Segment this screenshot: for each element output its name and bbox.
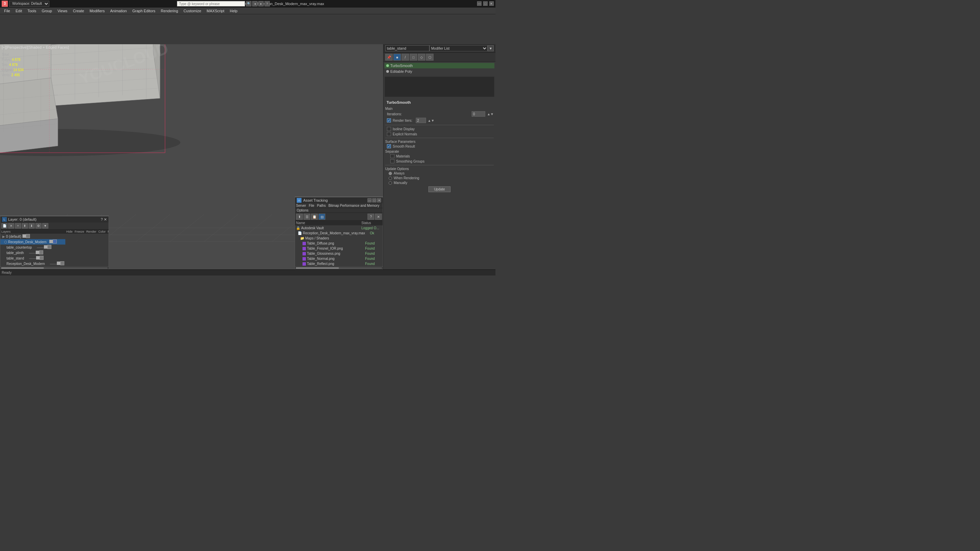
modifier-editable-poly[interactable]: Editable Poly xyxy=(385,69,495,74)
statusbar: Ready xyxy=(0,269,495,275)
asset-menu-file[interactable]: File xyxy=(309,204,314,208)
manually-label: Manually xyxy=(394,181,407,185)
explicit-normals-label: Explicit Normals xyxy=(393,132,417,136)
asset-tool-3[interactable]: 📋 xyxy=(311,214,318,220)
stats-verts: Verts: 2 495 xyxy=(2,73,24,78)
menu-maxscript[interactable]: MAXScript xyxy=(204,8,227,14)
layers-scrollbar[interactable] xyxy=(0,266,108,269)
menu-customize[interactable]: Customize xyxy=(181,8,204,14)
layer-tool-5[interactable]: ⬇ xyxy=(29,223,35,229)
menu-modifiers[interactable]: Modifiers xyxy=(87,8,107,14)
smoothing-groups-checkbox[interactable] xyxy=(390,159,395,163)
layer-reception2-render-icon xyxy=(57,262,60,265)
minimize-button[interactable]: — xyxy=(477,2,482,6)
asset-row-maps[interactable]: 📁 Maps / Shaders xyxy=(295,236,383,241)
menu-views[interactable]: Views xyxy=(55,8,70,14)
explicit-normals-checkbox[interactable] xyxy=(387,132,391,136)
asset-tool-6[interactable]: ✕ xyxy=(375,214,382,220)
layer-row-default[interactable]: ▶ 0 (default) xyxy=(0,233,65,239)
element-button[interactable]: ⬡ xyxy=(426,54,434,60)
layer-settings-btn[interactable]: ⚙ xyxy=(35,223,41,229)
layer-stand-hide: — xyxy=(29,256,33,260)
asset-tool-4[interactable]: ▤ xyxy=(318,214,325,220)
asset-tool-2[interactable]: ☰ xyxy=(304,214,310,220)
asset-row-reflect[interactable]: Table_Reflect.png Found xyxy=(295,261,383,266)
asset-scrollbar[interactable] xyxy=(295,266,383,269)
layer-delete-btn[interactable]: ✕ xyxy=(8,223,14,229)
layer-row-reception2[interactable]: Reception_Desk_Modern — — xyxy=(0,261,65,266)
layers-scroll-track xyxy=(1,267,108,269)
layer-new-btn[interactable]: 📄 xyxy=(2,223,8,229)
asset-header: A Asset Tracking — □ ✕ xyxy=(295,197,383,203)
layer-add-btn[interactable]: + xyxy=(15,223,21,229)
iterations-input[interactable] xyxy=(472,111,485,117)
search-option-1[interactable]: ◂ xyxy=(252,1,258,6)
layer-row-reception-desk[interactable]: ⬡ Reception_Desk_Modern xyxy=(0,239,65,245)
render-iters-input[interactable] xyxy=(416,118,426,123)
asset-glossiness-name: Table_Glossiness.png xyxy=(302,252,365,256)
modifier-turbosmooth[interactable]: TurboSmooth xyxy=(385,63,495,68)
materials-checkbox[interactable] xyxy=(390,154,395,158)
asset-row-normal[interactable]: Table_Normal.png Found xyxy=(295,256,383,261)
rpanel-dropdown-btn[interactable]: ▼ xyxy=(488,45,494,51)
smooth-result-checkbox[interactable]: ✓ xyxy=(387,144,391,148)
asset-tool-5[interactable]: ? xyxy=(368,214,374,220)
layer-row-stand[interactable]: table_stand — — xyxy=(0,256,65,261)
menu-tools[interactable]: Tools xyxy=(25,8,39,14)
search-option-3[interactable]: ? xyxy=(264,1,270,6)
search-option-2[interactable]: ▸ xyxy=(258,1,264,6)
vertex-button[interactable]: ■ xyxy=(393,54,401,60)
poly-button[interactable]: ◇ xyxy=(418,54,425,60)
when-rendering-radio[interactable] xyxy=(388,176,392,180)
border-button[interactable]: □ xyxy=(410,54,417,60)
menu-group[interactable]: Group xyxy=(39,8,54,14)
layer-row-plinth[interactable]: table_plinth — — xyxy=(0,250,65,256)
menu-file[interactable]: File xyxy=(2,8,13,14)
asset-row-file[interactable]: 📄 Reception_Desk_Modern_max_vray.max Ok xyxy=(295,230,383,236)
modifier-detail xyxy=(385,76,495,97)
menu-help[interactable]: Help xyxy=(227,8,240,14)
asset-row-vault[interactable]: 🔒 Autodesk Vault Logged O... xyxy=(295,225,383,230)
layers-close-button[interactable]: ✕ xyxy=(104,218,107,222)
menu-animation[interactable]: Animation xyxy=(108,8,129,14)
menu-graph-editors[interactable]: Graph Editors xyxy=(130,8,158,14)
layer-funnel-btn[interactable]: ▼ xyxy=(42,223,48,229)
workspace-selector[interactable]: Workspace: Default xyxy=(9,1,49,7)
close-button[interactable]: ✕ xyxy=(489,2,494,6)
stats-panel: Total Polys: 4 878 Tris: 4 878 Edges: 14… xyxy=(2,52,24,78)
asset-row-glossiness[interactable]: Table_Glossiness.png Found xyxy=(295,251,383,256)
asset-row-diffuse[interactable]: Table_Diffuse.png Found xyxy=(295,241,383,246)
update-button[interactable]: Update xyxy=(428,186,450,192)
menu-create[interactable]: Create xyxy=(70,8,86,14)
search-button[interactable]: 🔍 xyxy=(246,1,251,6)
layer-countertop-render xyxy=(44,245,47,249)
always-radio[interactable] xyxy=(388,172,392,175)
layers-scroll[interactable]: Layers Hide Freeze Render Color Rad ▶ 0 … xyxy=(0,230,108,266)
layer-row-countertop[interactable]: table_countertop — — xyxy=(0,245,65,250)
asset-row-fresnel[interactable]: Table_Fresnel_IOR.png Found xyxy=(295,246,383,251)
layer-tool-4[interactable]: ⬆ xyxy=(22,223,28,229)
edge-button[interactable]: / xyxy=(401,54,409,60)
asset-minimize-btn[interactable]: — xyxy=(368,198,372,202)
layer-reception2-name: Reception_Desk_Modern xyxy=(2,262,50,266)
layer-reception2-hide: — xyxy=(50,262,53,266)
search-input[interactable] xyxy=(177,1,245,6)
modifier-list-dropdown[interactable]: Modifier List xyxy=(430,45,488,51)
maximize-button[interactable]: □ xyxy=(483,2,488,6)
asset-menu-server[interactable]: Server xyxy=(296,204,306,208)
menu-edit[interactable]: Edit xyxy=(13,8,24,14)
asset-file-name: 📄 Reception_Desk_Modern_max_vray.max xyxy=(298,231,370,235)
layers-help-button[interactable]: ? xyxy=(101,218,103,222)
isoline-checkbox[interactable] xyxy=(387,127,391,131)
asset-tool-1[interactable]: ⬆ xyxy=(296,214,303,220)
asset-options[interactable]: Options xyxy=(295,208,383,213)
menu-rendering[interactable]: Rendering xyxy=(159,8,181,14)
render-iters-checkbox[interactable]: ✓ xyxy=(387,118,391,122)
pin-button[interactable]: 📌 xyxy=(385,54,393,60)
manually-radio[interactable] xyxy=(388,181,392,185)
asset-menu-paths[interactable]: Paths xyxy=(317,204,326,208)
asset-maximize-btn[interactable]: □ xyxy=(372,198,376,202)
asset-close-btn[interactable]: ✕ xyxy=(377,198,381,202)
asset-menu-bitmap[interactable]: Bitmap Performance and Memory xyxy=(328,204,379,208)
object-name-input[interactable] xyxy=(385,45,430,51)
